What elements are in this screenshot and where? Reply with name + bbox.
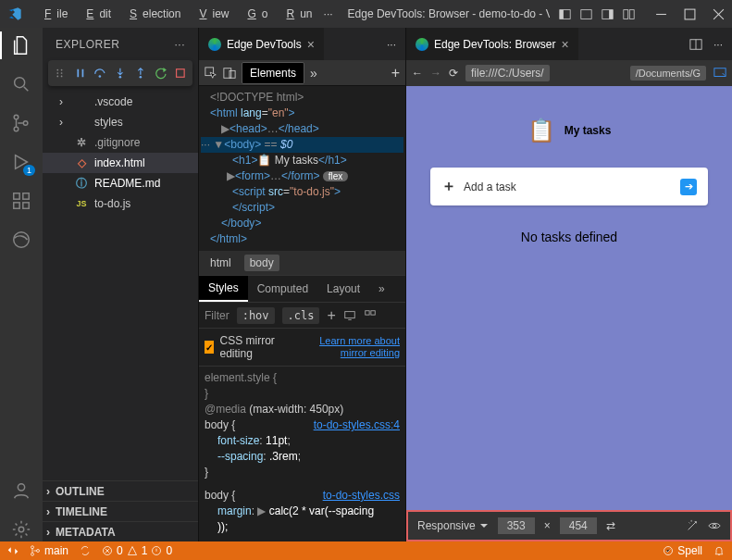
sync-icon[interactable] <box>80 545 91 556</box>
cls-toggle[interactable]: .cls <box>282 307 320 324</box>
device-mode-dropdown[interactable]: Responsive <box>417 519 489 532</box>
maximize-icon[interactable] <box>684 8 696 20</box>
svg-point-25 <box>99 75 102 78</box>
mirror-checkbox[interactable]: ✓ <box>205 341 214 354</box>
tab-overflow-icon[interactable]: ··· <box>713 38 723 51</box>
remote-indicator[interactable] <box>7 545 19 556</box>
screencast-icon[interactable] <box>713 67 726 80</box>
spell-indicator[interactable]: Spell <box>663 544 702 557</box>
svg-rect-13 <box>14 203 19 208</box>
step-over-icon[interactable] <box>93 67 106 80</box>
customize-layout-icon[interactable] <box>623 8 635 20</box>
tab-close-icon[interactable]: × <box>307 37 315 52</box>
svg-point-40 <box>37 550 40 553</box>
drag-handle-icon[interactable] <box>54 67 67 80</box>
device-height-input[interactable] <box>560 517 597 534</box>
rotate-icon[interactable]: ⇄ <box>606 519 615 532</box>
tab-layout[interactable]: Layout <box>317 277 369 301</box>
activity-extensions[interactable] <box>9 189 33 213</box>
hov-toggle[interactable]: :hov <box>237 307 275 324</box>
submit-task-icon[interactable]: ➔ <box>680 179 697 195</box>
svg-rect-12 <box>14 193 19 199</box>
device-toggle-icon[interactable] <box>223 67 236 80</box>
elements-tab[interactable]: Elements <box>242 62 304 84</box>
activity-search[interactable] <box>9 72 33 96</box>
file-tree-item[interactable]: ◇index.html <box>43 153 198 173</box>
breadcrumb-body[interactable]: body <box>244 255 279 271</box>
timeline-panel-header[interactable]: ›TIMELINE <box>43 501 198 521</box>
vscode-logo-icon <box>7 6 22 21</box>
menu-run[interactable]: Run <box>276 4 318 24</box>
minimize-icon[interactable] <box>655 8 667 20</box>
reload-icon[interactable]: ⟳ <box>449 67 458 80</box>
flex-overlay-icon[interactable] <box>364 309 377 322</box>
activity-source-control[interactable] <box>9 111 33 135</box>
magic-icon[interactable] <box>686 519 699 532</box>
outline-panel-header[interactable]: ›OUTLINE <box>43 480 198 501</box>
styles-pane[interactable]: element.style { } @media (max-width: 450… <box>199 367 405 541</box>
svg-point-26 <box>119 76 122 79</box>
browser-nav-bar: ← → ⟳ file:///C:/Users/ /Documents/G <box>406 60 732 86</box>
close-icon[interactable] <box>713 8 725 20</box>
menu-go[interactable]: Go <box>236 4 273 24</box>
notifications-icon[interactable] <box>713 545 725 556</box>
menu-selection[interactable]: Selection <box>118 4 186 24</box>
menu-file[interactable]: File <box>33 4 73 24</box>
tab-edge-browser[interactable]: Edge DevTools: Browser × <box>406 28 579 60</box>
menu-view[interactable]: View <box>188 4 234 24</box>
split-editor-icon[interactable] <box>689 38 702 51</box>
new-rule-icon[interactable]: + <box>327 307 335 324</box>
url-bar[interactable]: file:///C:/Users/ <box>465 65 550 81</box>
toggle-panel-left-icon[interactable] <box>559 8 571 20</box>
tab-computed[interactable]: Computed <box>248 277 317 301</box>
tab-close-icon[interactable]: × <box>561 37 568 52</box>
git-branch[interactable]: main <box>30 544 68 557</box>
stop-icon[interactable] <box>174 67 187 80</box>
svg-rect-28 <box>177 69 185 78</box>
more-tabs-icon[interactable]: » <box>310 66 317 81</box>
restart-icon[interactable] <box>155 67 167 80</box>
back-icon[interactable]: ← <box>412 67 423 80</box>
filter-input[interactable]: Filter <box>205 309 230 322</box>
menu-edit[interactable]: Edit <box>75 4 117 24</box>
forward-icon[interactable]: → <box>430 67 441 80</box>
device-width-input[interactable] <box>498 517 535 534</box>
svg-rect-32 <box>345 311 355 317</box>
toggle-panel-bottom-icon[interactable] <box>580 8 592 20</box>
file-tree: ›.vscode›styles✲.gitignore◇index.htmlⓘRE… <box>43 90 198 480</box>
svg-rect-1 <box>560 9 564 19</box>
step-into-icon[interactable] <box>114 67 127 80</box>
file-tree-item[interactable]: ⓘREADME.md <box>43 173 198 193</box>
title-bar: File Edit Selection View Go Run ··· Edge… <box>0 0 732 28</box>
menu-overflow[interactable]: ··· <box>318 4 339 24</box>
breadcrumb-html[interactable]: html <box>205 255 237 271</box>
metadata-panel-header[interactable]: ›METADATA <box>43 521 198 541</box>
tab-styles[interactable]: Styles <box>199 276 248 302</box>
dom-tree[interactable]: <!DOCTYPE html> <html lang="en"> ▶<head>… <box>199 86 405 251</box>
svg-rect-2 <box>581 9 591 19</box>
add-task-input[interactable]: ＋ Add a task ➔ <box>430 168 708 205</box>
vision-icon[interactable] <box>708 519 721 532</box>
activity-edge-tools[interactable] <box>9 228 33 252</box>
step-out-icon[interactable] <box>134 67 147 80</box>
file-tree-item[interactable]: ›.vscode <box>43 92 198 112</box>
pause-icon[interactable] <box>74 67 87 80</box>
file-tree-item[interactable]: ✲.gitignore <box>43 132 198 153</box>
activity-accounts[interactable] <box>9 479 33 503</box>
add-tab-icon[interactable]: + <box>391 65 400 81</box>
activity-explorer[interactable] <box>9 33 33 57</box>
file-tree-item[interactable]: ›styles <box>43 112 198 132</box>
tab-overflow-icon[interactable]: ··· <box>387 38 396 51</box>
activity-settings[interactable] <box>9 517 33 541</box>
problems-indicator[interactable]: 0 1 0 <box>102 544 172 557</box>
toggle-panel-right-icon[interactable] <box>602 8 614 20</box>
activity-run-debug[interactable]: 1 <box>9 150 33 174</box>
mirror-learn-more-link[interactable]: Learn more about mirror editing <box>293 335 400 359</box>
debug-toolbar[interactable] <box>48 60 192 86</box>
tab-more-icon[interactable]: » <box>369 277 394 301</box>
device-icon[interactable] <box>343 309 356 322</box>
tab-edge-devtools[interactable]: Edge DevTools × <box>199 28 325 60</box>
inspect-icon[interactable] <box>205 67 217 80</box>
file-tree-item[interactable]: JSto-do.js <box>43 193 198 214</box>
explorer-more-icon[interactable]: ··· <box>174 38 185 51</box>
